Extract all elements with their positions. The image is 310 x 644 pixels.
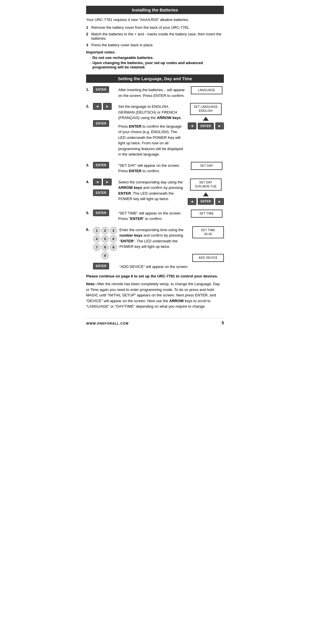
- step2-left: ◄ ► ENTER: [93, 103, 116, 127]
- screen-add-device: ADD DEVICE: [192, 254, 224, 262]
- step-num-6: 6.: [86, 226, 91, 232]
- please-continue: Please continue on page 6 to set up the …: [86, 274, 224, 278]
- numpad-2[interactable]: 2: [101, 227, 109, 234]
- step-num-5: 5.: [86, 210, 91, 215]
- arrow-left-button-4r[interactable]: ◄: [188, 198, 196, 205]
- numpad-0[interactable]: 0: [101, 252, 109, 259]
- footer: WWW.ONEFORALL.COM 5: [86, 318, 224, 325]
- numpad-8[interactable]: 8: [101, 244, 109, 251]
- lang-step-3: 3. ENTER "SET DAY" will appear on the sc…: [86, 162, 224, 174]
- screen-language: LANGUAGE: [191, 86, 222, 94]
- numpad: 1 2 3 4 5 6 7 8 9 0: [93, 227, 117, 259]
- numpad-3[interactable]: 3: [110, 227, 117, 234]
- step4-arrows: ◄ ►: [93, 179, 112, 185]
- step5-left: ENTER: [93, 210, 116, 216]
- step-num-4: 4.: [86, 179, 91, 184]
- step4-left: ◄ ► ENTER: [93, 179, 116, 196]
- numpad-6[interactable]: 6: [110, 235, 117, 243]
- arrow-right-button-4r[interactable]: ►: [215, 198, 224, 205]
- screen-set-day-4: SET DAY SUN MON TUE: [190, 179, 222, 191]
- triangle-up-4: [203, 192, 209, 196]
- enter-button-2b[interactable]: ENTER: [93, 120, 109, 127]
- step4-right-controls: ◄ ENTER ►: [188, 198, 224, 205]
- lang-step-6: 6. 1 2 3 4 5 6 7 8 9 0 ENTER Enter the c…: [86, 226, 224, 270]
- arrow-left-button-4[interactable]: ◄: [93, 179, 102, 185]
- step6-left: 1 2 3 4 5 6 7 8 9 0 ENTER: [93, 226, 117, 269]
- batteries-section: Installing the Batteries Your URC-7781 r…: [86, 6, 224, 69]
- footer-website: WWW.ONEFORALL.COM: [86, 322, 129, 325]
- batteries-steps: 1Remove the battery cover from the back …: [86, 25, 224, 47]
- arrow-right-button-2r[interactable]: ►: [215, 122, 224, 129]
- step2-text: Set the language to ENGLISH, GERMAN (DEU…: [118, 103, 185, 157]
- screen-set-time-6: SET TIME 00:00: [192, 226, 224, 238]
- screen-set-language: SET LANGUAGE ENGLISH: [190, 103, 222, 115]
- step4-right: SET DAY SUN MON TUE ◄ ENTER ►: [188, 179, 224, 205]
- enter-button-4[interactable]: ENTER: [93, 189, 109, 196]
- screen-set-day-3: SET DAY: [191, 162, 222, 170]
- important-item-2: Upon changing the batteries, your set-up…: [90, 61, 224, 69]
- important-list: Do not use rechargeable batteries. Upon …: [86, 55, 224, 69]
- step3-left: ENTER: [93, 162, 116, 168]
- arrow-right-button-2[interactable]: ►: [103, 103, 112, 110]
- triangle-up-2: [203, 117, 209, 121]
- enter-button-1[interactable]: ENTER: [93, 86, 109, 93]
- numpad-1[interactable]: 1: [93, 227, 100, 234]
- note-bold: ARROW: [169, 299, 184, 303]
- step1-right: LANGUAGE: [189, 86, 224, 94]
- important-notes: Important notes: Do not use rechargeable…: [86, 50, 224, 69]
- enter-button-4r[interactable]: ENTER: [198, 198, 214, 205]
- language-section: Setting the Language, Day and Time 1. EN…: [86, 74, 224, 309]
- numpad-7[interactable]: 7: [93, 244, 100, 251]
- lang-step-1: 1. ENTER After inserting the batteries..…: [86, 86, 224, 98]
- step1-left: ENTER: [93, 86, 116, 93]
- step4-text: Select the corresponding day using the A…: [118, 179, 185, 202]
- step2-arrows: ◄ ►: [93, 103, 112, 110]
- enter-button-6[interactable]: ENTER: [93, 263, 109, 269]
- lang-step-2: 2. ◄ ► ENTER Set the language to ENGLISH…: [86, 103, 224, 157]
- note-label: Note:: [86, 282, 96, 286]
- step-num-3: 3.: [86, 162, 91, 167]
- batteries-step-3: 3Press the battery cover back in place.: [86, 43, 224, 47]
- lang-step-4: 4. ◄ ► ENTER Select the corresponding da…: [86, 179, 224, 205]
- numpad-5[interactable]: 5: [101, 235, 109, 243]
- batteries-intro: Your URC-7781 requires 4 new "AAA/LR03" …: [86, 18, 224, 22]
- lang-step-5: 5. ENTER "SET TIME" will appear on the s…: [86, 210, 224, 222]
- step2-right: SET LANGUAGE ENGLISH ◄ ENTER ►: [188, 103, 224, 129]
- footer-page-number: 5: [222, 321, 224, 325]
- enter-button-5[interactable]: ENTER: [93, 210, 109, 216]
- arrow-right-button-4[interactable]: ►: [103, 179, 112, 185]
- batteries-step-1: 1Remove the battery cover from the back …: [86, 25, 224, 30]
- step6-right: SET TIME 00:00 ADD DEVICE: [192, 226, 224, 262]
- step2-right-controls: ◄ ENTER ►: [188, 122, 224, 129]
- step5-text: "SET TIME" will appear on the screen. Pr…: [118, 210, 187, 222]
- important-label: Important notes:: [86, 50, 224, 54]
- step-num-2: 2.: [86, 103, 91, 108]
- batteries-step-2: 2Match the batteries to the + and - mark…: [86, 32, 224, 41]
- batteries-header: Installing the Batteries: [86, 6, 224, 14]
- step1-text: After inserting the batteries... will ap…: [118, 86, 187, 98]
- arrow-left-button-2[interactable]: ◄: [93, 103, 102, 110]
- step5-right: SET TIME: [189, 210, 224, 218]
- language-header: Setting the Language, Day and Time: [86, 74, 224, 83]
- enter-button-3[interactable]: ENTER: [93, 162, 109, 168]
- enter-button-2r[interactable]: ENTER: [198, 123, 214, 129]
- screen-set-time-5: SET TIME: [191, 210, 222, 218]
- arrow-left-button-2r[interactable]: ◄: [188, 122, 196, 129]
- numpad-9[interactable]: 9: [110, 244, 117, 251]
- step3-right: SET DAY: [189, 162, 224, 170]
- important-item-1: Do not use rechargeable batteries.: [90, 55, 224, 60]
- step6-text: Enter the corresponding time using the n…: [119, 226, 190, 270]
- step-num-1: 1.: [86, 86, 91, 92]
- step3-text: "SET DAY" will appear on the screen. Pre…: [118, 162, 187, 174]
- note-block: Note: After the remote has been complete…: [86, 281, 224, 309]
- numpad-4[interactable]: 4: [93, 235, 100, 243]
